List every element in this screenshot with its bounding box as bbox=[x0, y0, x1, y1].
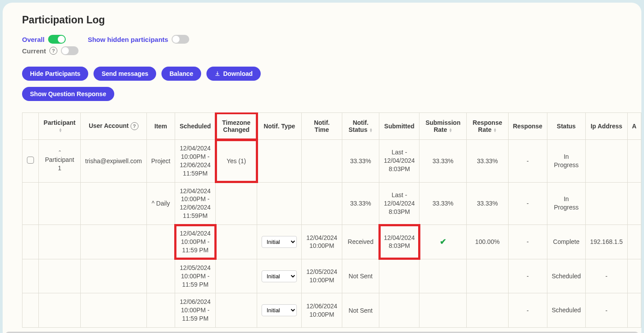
cell-participant bbox=[39, 293, 81, 328]
table-row: ^ Daily12/04/202410:00PM -12/06/202411:5… bbox=[22, 182, 641, 225]
cell-response: - bbox=[508, 293, 547, 328]
cell-status: Scheduled bbox=[547, 293, 585, 328]
cell-response-rate bbox=[467, 293, 508, 328]
show-question-response-button[interactable]: Show Question Response bbox=[22, 87, 114, 101]
cell-item: Project bbox=[146, 140, 175, 183]
cell-scheduled: 12/04/202410:00PM -11:59 PM bbox=[175, 225, 216, 259]
current-toggle[interactable] bbox=[61, 46, 79, 55]
help-icon[interactable]: ? bbox=[49, 47, 57, 55]
cell-checkbox bbox=[22, 140, 39, 183]
card-inner: Participation Log Overall Show hidden pa… bbox=[3, 14, 641, 101]
col-timezone-changed[interactable]: Timezone Changed bbox=[216, 113, 257, 140]
col-notif-type[interactable]: Notif. Type bbox=[257, 113, 302, 140]
table-row: ⌃Participant1trisha@expiwell.comProject1… bbox=[22, 140, 641, 183]
col-participant[interactable]: Participant▲▼ bbox=[39, 113, 81, 140]
toggles-row-1: Overall Show hidden participants bbox=[22, 35, 622, 44]
cell-notif-type: Initial bbox=[257, 259, 302, 293]
cell-notif-status: Not Sent bbox=[342, 293, 379, 328]
col-scheduled[interactable]: Scheduled bbox=[175, 113, 216, 140]
cell-timezone-changed bbox=[216, 182, 257, 225]
cell-ip-address: 192.168.1.5 bbox=[585, 225, 627, 259]
cell-response: - bbox=[508, 225, 547, 259]
overall-toggle-row: Overall bbox=[22, 35, 66, 44]
notif-type-select[interactable]: Initial bbox=[262, 270, 297, 282]
cell-checkbox bbox=[22, 259, 39, 293]
col-response-rate[interactable]: Response Rate▲▼ bbox=[467, 113, 508, 140]
cell-timezone-changed bbox=[216, 293, 257, 328]
cell-status: Scheduled bbox=[547, 259, 585, 293]
cell-submitted bbox=[379, 293, 419, 328]
cell-participant bbox=[39, 225, 81, 259]
balance-button[interactable]: Balance bbox=[161, 67, 201, 81]
col-notif-time[interactable]: Notif. Time bbox=[302, 113, 342, 140]
cell-notif-status: Not Sent bbox=[342, 259, 379, 293]
col-user-account[interactable]: User Account ? bbox=[81, 113, 147, 140]
sort-icon: ▲▼ bbox=[369, 128, 373, 132]
cell-response-rate: 33.33% bbox=[467, 140, 508, 183]
hide-participants-button[interactable]: Hide Participants bbox=[22, 67, 88, 81]
cell-item bbox=[146, 225, 175, 259]
cell-submitted: Last -12/04/20248:03PM bbox=[379, 182, 419, 225]
col-status[interactable]: Status bbox=[547, 113, 585, 140]
notif-type-select[interactable]: Initial bbox=[262, 304, 297, 316]
cell-submission-rate: ✔ bbox=[419, 225, 467, 259]
cell-participant: ⌃Participant1 bbox=[39, 140, 81, 183]
col-notif-status[interactable]: Notif. Status▲▼ bbox=[342, 113, 379, 140]
overall-toggle[interactable] bbox=[48, 35, 66, 44]
cell-participant bbox=[39, 182, 81, 225]
cell-response-rate: 33.33% bbox=[467, 182, 508, 225]
cell-submitted: 12/04/20248:03PM bbox=[379, 225, 419, 259]
download-button[interactable]: Download bbox=[206, 67, 261, 81]
send-messages-button[interactable]: Send messages bbox=[94, 67, 156, 81]
cell-extra bbox=[627, 140, 641, 183]
table-header-row: Participant▲▼ User Account ? Item Schedu… bbox=[22, 113, 641, 140]
cell-ip-address: - bbox=[585, 259, 627, 293]
cell-user-account bbox=[81, 293, 147, 328]
col-submission-rate[interactable]: Submission Rate▲▼ bbox=[419, 113, 467, 140]
col-response[interactable]: Response bbox=[508, 113, 547, 140]
cell-response-rate bbox=[467, 259, 508, 293]
cell-response: - bbox=[508, 259, 547, 293]
col-item[interactable]: Item bbox=[146, 113, 175, 140]
toggles-row-2: Current ? bbox=[22, 46, 622, 55]
cell-scheduled: 12/06/202410:00PM -11:59 PM bbox=[175, 293, 216, 328]
cell-submitted: Last -12/04/20248:03PM bbox=[379, 140, 419, 183]
cell-notif-type bbox=[257, 182, 302, 225]
cell-user-account bbox=[81, 225, 147, 259]
cell-notif-time bbox=[302, 182, 342, 225]
table-row: 12/04/202410:00PM -11:59 PMInitial12/04/… bbox=[22, 225, 641, 259]
page-title: Participation Log bbox=[22, 14, 622, 26]
col-extra[interactable]: A bbox=[627, 113, 641, 140]
cell-item: ^ Daily bbox=[146, 182, 175, 225]
col-submitted[interactable]: Submitted bbox=[379, 113, 419, 140]
cell-status: InProgress bbox=[547, 182, 585, 225]
main-card: Participation Log Overall Show hidden pa… bbox=[3, 3, 641, 333]
cell-notif-time bbox=[302, 140, 342, 183]
sort-icon: ▲▼ bbox=[493, 128, 497, 132]
cell-notif-time: 12/04/202410:00PM bbox=[302, 225, 342, 259]
table-scroll[interactable]: Participant▲▼ User Account ? Item Schedu… bbox=[3, 112, 641, 330]
cell-scheduled: 12/04/202410:00PM -12/06/202411:59PM bbox=[175, 182, 216, 225]
row-checkbox[interactable] bbox=[27, 157, 34, 164]
cell-extra bbox=[627, 259, 641, 293]
cell-ip-address bbox=[585, 140, 627, 183]
check-icon: ✔ bbox=[440, 237, 446, 246]
cell-user-account bbox=[81, 182, 147, 225]
cell-checkbox bbox=[22, 293, 39, 328]
cell-extra bbox=[627, 225, 641, 259]
cell-participant bbox=[39, 259, 81, 293]
cell-submission-rate bbox=[419, 293, 467, 328]
notif-type-select[interactable]: Initial bbox=[262, 236, 297, 248]
cell-submission-rate bbox=[419, 259, 467, 293]
show-hidden-label: Show hidden participants bbox=[88, 36, 168, 43]
cell-ip-address: - bbox=[585, 293, 627, 328]
overall-label: Overall bbox=[22, 36, 45, 43]
help-icon[interactable]: ? bbox=[131, 122, 139, 130]
current-toggle-row: Current ? bbox=[22, 46, 79, 55]
cell-user-account bbox=[81, 259, 147, 293]
cell-extra bbox=[627, 293, 641, 328]
show-hidden-toggle[interactable] bbox=[172, 35, 189, 44]
cell-user-account: trisha@expiwell.com bbox=[81, 140, 147, 183]
cell-response: - bbox=[508, 140, 547, 183]
col-ip-address[interactable]: Ip Address bbox=[585, 113, 627, 140]
